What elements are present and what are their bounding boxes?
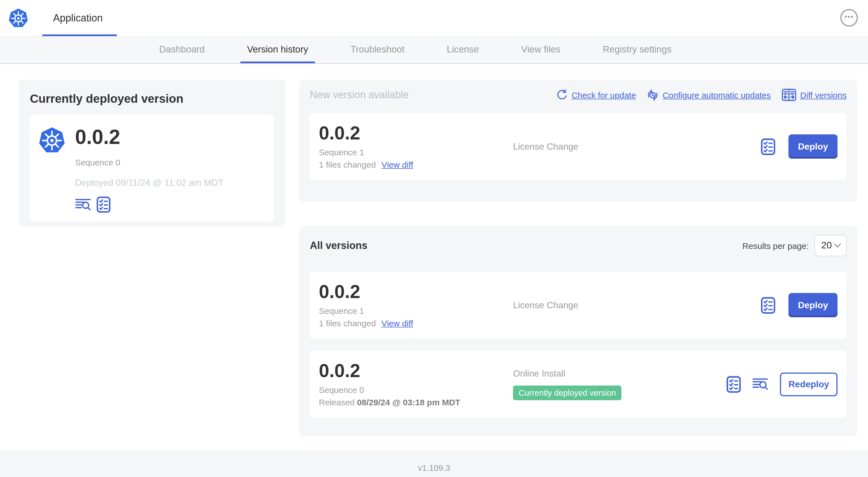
deployed-version-number: 0.0.2 — [75, 125, 223, 149]
overflow-menu-button[interactable]: ••• — [840, 9, 858, 27]
currently-deployed-card: Currently deployed version 0.0.2 Sequenc… — [19, 80, 285, 227]
deploy-button[interactable]: Deploy — [788, 293, 838, 317]
released-timestamp: Released 08/29/24 @ 03:18 pm MDT — [319, 398, 513, 407]
ellipsis-icon: ••• — [844, 13, 854, 20]
sequence-label: Sequence 0 — [319, 385, 513, 395]
preflight-checks-button[interactable] — [726, 376, 741, 393]
preflight-checklist-icon — [726, 376, 741, 393]
version-source-label: Online Install — [513, 368, 726, 379]
sequence-label: Sequence 1 — [319, 148, 513, 157]
app-header: Application ••• — [0, 0, 868, 37]
results-per-page-label: Results per page: — [742, 241, 809, 250]
view-diff-link[interactable]: View diff — [381, 319, 413, 328]
diff-icon — [781, 89, 796, 101]
deployed-timestamp: Deployed 09/11/24 @ 11:02 am MDT — [75, 178, 223, 188]
page-footer: v1.109.3 — [0, 450, 868, 477]
tab-license[interactable]: License — [440, 37, 486, 63]
diff-versions-link[interactable]: Diff versions — [781, 89, 846, 101]
deployed-sequence-label: Sequence 0 — [75, 157, 223, 167]
kubernetes-logo-icon — [8, 8, 29, 29]
results-per-page-value: 20 — [821, 240, 832, 251]
view-deploy-logs-button[interactable] — [75, 198, 91, 211]
refresh-icon — [556, 89, 567, 100]
tab-view-files[interactable]: View files — [515, 37, 567, 63]
tab-version-history[interactable]: Version history — [240, 37, 315, 63]
currently-deployed-badge: Currently deployed version — [513, 385, 622, 400]
all-versions-card: All versions Results per page: 20 0.0.2 … — [299, 226, 857, 436]
console-version-label: v1.109.3 — [417, 463, 450, 473]
preflight-checklist-icon — [96, 197, 111, 213]
preflight-checklist-icon — [761, 138, 775, 155]
tab-troubleshoot[interactable]: Troubleshoot — [344, 37, 411, 63]
new-version-card: New version available Check for update C… — [299, 80, 857, 202]
app-title-active-underline — [42, 34, 117, 36]
version-number: 0.0.2 — [319, 361, 513, 381]
tab-registry-settings[interactable]: Registry settings — [596, 37, 678, 63]
view-deploy-logs-button[interactable] — [752, 378, 769, 391]
version-source-label: License Change — [513, 141, 761, 152]
logs-icon — [75, 198, 91, 211]
files-changed-label: 1 files changed — [319, 319, 376, 328]
version-row-sequence-1: 0.0.2 Sequence 1 1 files changed View di… — [310, 271, 846, 339]
preflight-checks-button[interactable] — [761, 138, 775, 155]
redeploy-button[interactable]: Redeploy — [780, 372, 838, 396]
app-tab-bar: Dashboard Version history Troubleshoot L… — [0, 37, 868, 64]
view-diff-link[interactable]: View diff — [381, 160, 413, 170]
files-changed-label: 1 files changed — [319, 160, 376, 170]
chevron-down-icon — [834, 243, 841, 248]
results-per-page-select[interactable]: 20 — [814, 235, 846, 256]
app-title: Application — [53, 12, 103, 24]
version-number: 0.0.2 — [319, 282, 513, 301]
deployed-version-panel: 0.0.2 Sequence 0 Deployed 09/11/24 @ 11:… — [30, 115, 274, 221]
sequence-label: Sequence 1 — [319, 306, 513, 316]
version-row-sequence-0: 0.0.2 Sequence 0 Released 08/29/24 @ 03:… — [310, 351, 846, 418]
currently-deployed-title: Currently deployed version — [30, 92, 274, 106]
configure-automatic-updates-link[interactable]: Configure automatic updates — [647, 89, 771, 101]
logs-icon — [752, 378, 769, 391]
kubernetes-app-icon — [38, 126, 66, 155]
tab-dashboard[interactable]: Dashboard — [152, 37, 211, 63]
clock-sync-icon — [647, 89, 659, 101]
preflight-checks-button[interactable] — [761, 297, 775, 314]
version-number: 0.0.2 — [319, 123, 513, 143]
admin-console-page: Application ••• Dashboard Version histor… — [0, 0, 868, 477]
version-source-label: License Change — [513, 300, 761, 310]
new-version-row: 0.0.2 Sequence 1 1 files changed View di… — [310, 113, 846, 180]
all-versions-title: All versions — [310, 240, 367, 251]
check-for-update-link[interactable]: Check for update — [556, 89, 636, 100]
view-preflight-checks-button[interactable] — [96, 197, 111, 213]
deploy-button[interactable]: Deploy — [788, 135, 838, 159]
preflight-checklist-icon — [761, 297, 775, 314]
new-version-title: New version available — [310, 89, 409, 101]
